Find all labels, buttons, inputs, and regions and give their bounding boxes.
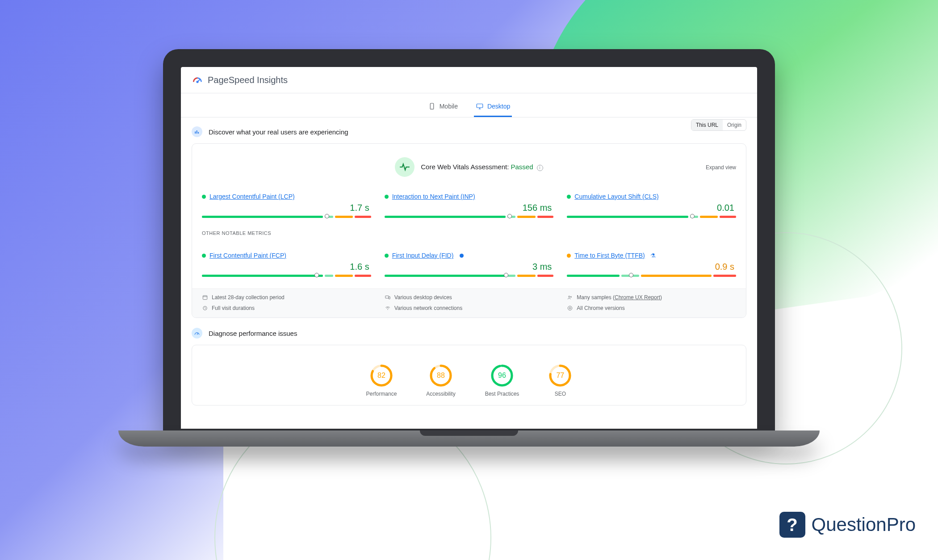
svg-rect-13 xyxy=(385,296,389,298)
score-value: 88 xyxy=(437,372,445,380)
metric-value: 3 ms xyxy=(385,262,552,272)
score-value: 77 xyxy=(556,372,564,380)
metric-name-link[interactable]: Interaction to Next Paint (INP) xyxy=(392,193,475,200)
footer-network: Various network connections xyxy=(385,305,554,311)
app-title: PageSpeed Insights xyxy=(208,75,288,85)
devices-icon xyxy=(385,294,391,301)
data-source-footer: Latest 28-day collection period Various … xyxy=(192,288,746,318)
cwv-label: Core Web Vitals Assessment: Passed i xyxy=(421,163,543,171)
status-dot-icon xyxy=(385,254,389,258)
calendar-icon xyxy=(202,294,208,301)
metric-name-link[interactable]: First Input Delay (FID) xyxy=(392,252,454,259)
status-dot-icon xyxy=(202,254,206,258)
metric-title: First Contentful Paint (FCP) xyxy=(202,252,371,259)
scope-origin[interactable]: Origin xyxy=(723,120,746,130)
laptop-base xyxy=(118,430,820,447)
score-value: 82 xyxy=(377,372,385,380)
questionpro-mark-icon: ? xyxy=(779,512,805,538)
svg-rect-9 xyxy=(197,130,197,134)
distribution-bar xyxy=(567,216,736,218)
info-dot-icon[interactable] xyxy=(460,254,464,258)
footer-samples: Many samples (Chrome UX Report) xyxy=(567,294,736,301)
score-label: Accessibility xyxy=(426,391,455,397)
metric-title: Cumulative Layout Shift (CLS) xyxy=(567,193,736,200)
status-dot-icon xyxy=(202,195,206,199)
mobile-icon xyxy=(428,102,436,110)
wifi-icon xyxy=(385,305,391,311)
cwv-assessment-row: Core Web Vitals Assessment: Passed i xyxy=(202,157,736,177)
svg-line-1 xyxy=(197,79,200,82)
score-label: SEO xyxy=(555,391,566,397)
metric-name-link[interactable]: Cumulative Layout Shift (CLS) xyxy=(574,193,658,200)
distribution-marker xyxy=(507,214,512,218)
laptop-bezel: PageSpeed Insights Mobile Desktop xyxy=(163,49,775,433)
distribution-bar xyxy=(567,275,736,277)
metric-name-link[interactable]: Time to First Byte (TTFB) xyxy=(574,252,645,259)
metric-value: 1.7 s xyxy=(202,203,369,213)
mobile-label: Mobile xyxy=(440,103,458,110)
heading-badge-icon xyxy=(192,126,202,137)
metric: Time to First Byte (TTFB) ⚗ 0.9 s xyxy=(567,252,736,277)
metric-name-link[interactable]: First Contentful Paint (FCP) xyxy=(209,252,286,259)
svg-point-20 xyxy=(570,307,571,309)
metric-value: 0.9 s xyxy=(567,262,734,272)
score-label: Performance xyxy=(366,391,397,397)
metric-value: 0.01 xyxy=(567,203,734,213)
score-accessibility[interactable]: 88 Accessibility xyxy=(426,364,455,397)
flask-icon: ⚗ xyxy=(650,252,656,259)
metric-value: 156 ms xyxy=(385,203,552,213)
distribution-bar xyxy=(385,275,554,277)
other-metrics-grid: First Contentful Paint (FCP) 1.6 s First… xyxy=(202,252,736,277)
metric-name-link[interactable]: Largest Contentful Paint (LCP) xyxy=(209,193,295,200)
discover-heading: Discover what your real users are experi… xyxy=(192,126,746,137)
diagnose-badge-icon xyxy=(192,328,202,339)
metric-title: Time to First Byte (TTFB) ⚗ xyxy=(567,252,736,259)
svg-line-21 xyxy=(197,333,198,335)
chrome-icon xyxy=(567,305,573,311)
svg-rect-8 xyxy=(195,131,196,134)
scope-this-url[interactable]: This URL xyxy=(691,120,723,130)
laptop-mockup: PageSpeed Insights Mobile Desktop xyxy=(163,49,775,447)
app-header: PageSpeed Insights xyxy=(181,67,757,93)
metric: Interaction to Next Paint (INP) 156 ms xyxy=(385,193,554,218)
metric: First Contentful Paint (FCP) 1.6 s xyxy=(202,252,371,277)
score-value: 96 xyxy=(498,372,506,380)
discover-heading-text: Discover what your real users are experi… xyxy=(209,128,348,136)
tab-desktop[interactable]: Desktop xyxy=(474,98,512,117)
status-dot-icon xyxy=(385,195,389,199)
distribution-bar xyxy=(202,216,371,218)
score-best practices[interactable]: 96 Best Practices xyxy=(485,364,519,397)
svg-point-18 xyxy=(387,309,388,310)
metric: Cumulative Layout Shift (CLS) 0.01 xyxy=(567,193,736,218)
score-performance[interactable]: 82 Performance xyxy=(366,364,397,397)
svg-rect-11 xyxy=(203,296,207,300)
chart-icon xyxy=(194,129,200,135)
laptop-notch xyxy=(420,430,518,436)
scope-toggle[interactable]: This URL Origin xyxy=(691,119,746,131)
cwv-label-text: Core Web Vitals Assessment: xyxy=(421,163,509,171)
score-label: Best Practices xyxy=(485,391,519,397)
metric-value: 1.6 s xyxy=(202,262,369,272)
svg-point-3 xyxy=(431,108,432,109)
status-dot-icon xyxy=(567,254,571,258)
metric-title: Largest Contentful Paint (LCP) xyxy=(202,193,371,200)
distribution-bar xyxy=(202,275,371,277)
footer-chrome-versions: All Chrome versions xyxy=(567,305,736,311)
footer-collection-period: Latest 28-day collection period xyxy=(202,294,371,301)
scores-card: 82 Performance 88 Accessibility 96 Best … xyxy=(192,345,746,405)
cwv-card: Core Web Vitals Assessment: Passed i Exp… xyxy=(192,143,746,318)
expand-view-link[interactable]: Expand view xyxy=(706,164,736,171)
footer-durations: Full visit durations xyxy=(202,305,371,311)
info-icon[interactable]: i xyxy=(537,165,543,171)
gauge-icon xyxy=(194,330,200,336)
crux-report-link[interactable]: Chrome UX Report xyxy=(615,294,660,301)
svg-rect-4 xyxy=(477,104,483,108)
cwv-pass-icon xyxy=(395,157,415,177)
svg-rect-14 xyxy=(389,297,390,299)
desktop-icon xyxy=(476,102,484,110)
distribution-marker xyxy=(690,214,695,218)
device-tabs: Mobile Desktop xyxy=(181,93,757,117)
svg-rect-10 xyxy=(198,132,199,134)
score-seo[interactable]: 77 SEO xyxy=(549,364,572,397)
tab-mobile[interactable]: Mobile xyxy=(426,98,460,117)
